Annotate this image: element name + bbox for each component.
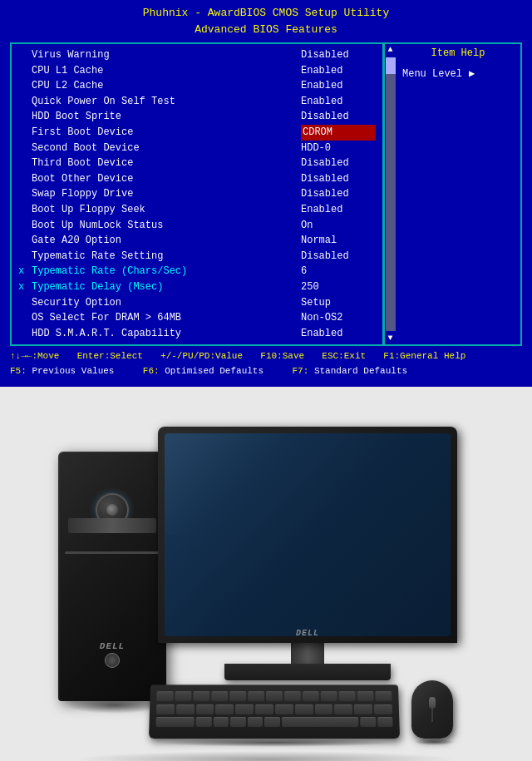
key — [375, 691, 392, 701]
bios-row[interactable]: OS Select For DRAM > 64MBNon-OS2 — [12, 310, 382, 326]
bios-row[interactable]: CPU L2 CacheEnabled — [12, 78, 382, 94]
footer-key-help: F1:General Help — [383, 351, 466, 361]
bios-row[interactable]: HDD Boot SpriteDisabled — [12, 109, 382, 125]
scroll-thumb — [386, 57, 396, 74]
key — [156, 691, 173, 701]
bios-row[interactable]: Virus WarningDisabled — [12, 47, 382, 63]
key-row-3 — [155, 717, 392, 729]
bios-row[interactable]: Boot Up Floppy SeekEnabled — [12, 202, 382, 218]
keyboard — [150, 684, 399, 751]
row-label: Third Boot Device — [32, 156, 301, 171]
mouse-body — [411, 680, 453, 739]
bios-help-panel: Item Help Menu Level ▶ — [396, 44, 520, 344]
computer-image-section: DELL DELL — [0, 387, 532, 761]
row-label: CPU L1 Cache — [32, 63, 301, 79]
bios-row[interactable]: Boot Up NumLock StatusOn — [12, 218, 382, 234]
row-value: Enabled — [301, 94, 376, 110]
screen-reflection — [165, 433, 279, 535]
bios-scrollbar[interactable]: ▲ ▼ — [384, 44, 396, 344]
menu-level-label: Menu Level — [402, 68, 462, 80]
floor-shadow — [75, 751, 457, 761]
monitor-stand-base — [224, 664, 391, 680]
bios-row[interactable]: Second Boot DeviceHDD-0 — [12, 141, 382, 156]
scroll-up-arrow[interactable]: ▲ — [387, 44, 392, 56]
bios-row[interactable]: xTypematic Delay (Msec)250 — [12, 279, 382, 295]
row-value: 250 — [301, 279, 376, 295]
bios-row[interactable]: First Boot DeviceCDROM — [12, 125, 382, 141]
row-value: 6 — [301, 264, 376, 279]
bios-row[interactable]: CPU L1 CacheEnabled — [12, 63, 382, 79]
bios-header: Phuhnix - AwardBIOS CMOS Setup Utility A… — [0, 5, 532, 37]
row-label: Boot Other Device — [32, 171, 301, 187]
key — [230, 717, 246, 727]
key — [339, 691, 356, 701]
row-value: Enabled — [301, 78, 376, 94]
key — [354, 704, 372, 714]
monitor: DELL — [158, 427, 457, 668]
tower-pc: DELL — [58, 452, 166, 701]
mouse-scroll-wheel — [429, 697, 436, 709]
bios-row[interactable]: Typematic Rate SettingDisabled — [12, 249, 382, 264]
row-value: On — [301, 218, 376, 234]
monitor-screen — [165, 433, 451, 636]
row-label: First Boot Device — [32, 125, 301, 141]
bios-row[interactable]: Gate A20 OptionNormal — [12, 233, 382, 249]
bios-row[interactable]: Swap Floppy DriveDisabled — [12, 186, 382, 202]
bios-title-line2: Advanced BIOS Features — [0, 22, 532, 38]
row-value: Disabled — [301, 156, 376, 171]
bios-row[interactable]: Third Boot DeviceDisabled — [12, 156, 382, 171]
scroll-down-arrow[interactable]: ▼ — [387, 333, 392, 344]
key — [360, 717, 376, 727]
bios-footer: ↑↓→←:Move Enter:Select +/-/PU/PD:Value F… — [0, 346, 532, 380]
key — [377, 717, 393, 727]
key — [295, 704, 313, 714]
bios-row[interactable]: Security OptionSetup — [12, 295, 382, 311]
row-value: HDD-0 — [301, 141, 376, 156]
row-label: Virus Warning — [32, 47, 301, 63]
dell-logo-monitor: DELL — [296, 629, 319, 638]
menu-level-row: Menu Level ▶ — [402, 67, 514, 80]
key — [357, 691, 373, 701]
bios-body: Virus WarningDisabled CPU L1 CacheEnable… — [10, 42, 522, 346]
dell-logo-tower: DELL — [100, 641, 125, 651]
key — [156, 704, 175, 714]
row-value: Disabled — [301, 109, 376, 125]
row-value: Disabled — [301, 249, 376, 264]
bios-row[interactable]: HDD S.M.A.R.T. CapabilityEnabled — [12, 326, 382, 342]
bios-row[interactable]: Boot Other DeviceDisabled — [12, 171, 382, 187]
bios-row[interactable]: Quick Power On Self TestEnabled — [12, 94, 382, 110]
keyboard-body — [149, 684, 400, 739]
mouse — [411, 680, 457, 747]
row-value: Disabled — [301, 186, 376, 202]
row-label: CPU L2 Cache — [32, 78, 301, 94]
monitor-stand-neck — [291, 643, 324, 664]
row-prefix: x — [18, 264, 32, 279]
row-label: Typematic Rate (Chars/Sec) — [32, 264, 301, 279]
menu-level-arrow: ▶ — [469, 67, 475, 80]
row-label: Quick Power On Self Test — [32, 94, 301, 110]
key — [196, 717, 212, 727]
keyboard-shadow — [156, 739, 393, 747]
tower-body: DELL — [58, 452, 166, 701]
key — [155, 717, 195, 727]
key — [264, 717, 280, 727]
key — [275, 704, 293, 714]
key — [282, 717, 359, 727]
key — [255, 704, 273, 714]
footer-key-f5: F5: — [10, 366, 27, 376]
key — [229, 691, 246, 701]
key — [235, 704, 254, 714]
bios-main-panel: Virus WarningDisabled CPU L1 CacheEnable… — [12, 44, 384, 344]
row-label: Typematic Rate Setting — [32, 249, 301, 264]
row-label: Gate A20 Option — [32, 233, 301, 249]
help-title: Item Help — [402, 47, 514, 59]
row-value: Disabled — [301, 47, 376, 63]
bios-row[interactable]: xTypematic Rate (Chars/Sec)6 — [12, 264, 382, 279]
footer-key-save: F10:Save — [260, 351, 304, 361]
row-label: Swap Floppy Drive — [32, 186, 301, 202]
key — [334, 704, 352, 714]
row-label: HDD Boot Sprite — [32, 109, 301, 125]
key — [215, 704, 234, 714]
key-row-1 — [156, 691, 392, 703]
row-value: Enabled — [301, 63, 376, 79]
